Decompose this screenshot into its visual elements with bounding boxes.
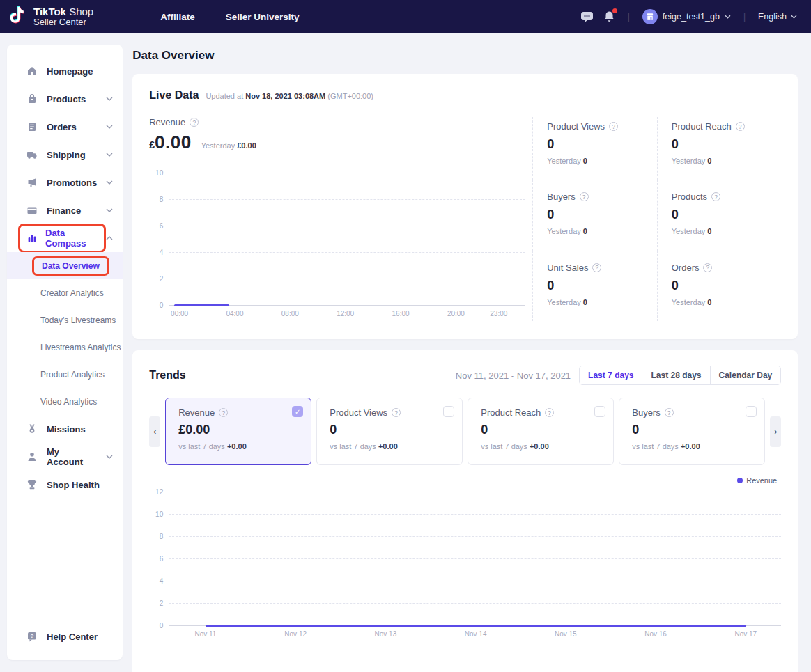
tab-calendar-day[interactable]: Calendar Day bbox=[710, 366, 781, 384]
credit-card-icon bbox=[26, 205, 38, 216]
revenue-label: Revenue bbox=[149, 117, 185, 127]
tiktok-shop-logo[interactable]: TikTok Shop Seller Center bbox=[10, 6, 93, 28]
divider: | bbox=[743, 12, 746, 22]
live-revenue-chart: 10 8 6 4 2 0 00:00 04:00 08:00 12 bbox=[149, 173, 525, 321]
live-data-updated: Updated at Nov 18, 2021 03:08AM (GMT+00:… bbox=[206, 92, 373, 100]
chevron-up-icon bbox=[106, 236, 113, 240]
annotation-box-data-compass: Data Compass bbox=[18, 224, 106, 253]
nav-link-seller-university[interactable]: Seller University bbox=[226, 12, 300, 22]
notification-bell-icon[interactable] bbox=[603, 10, 615, 23]
megaphone-icon bbox=[26, 177, 38, 188]
help-icon[interactable]: ? bbox=[711, 192, 720, 201]
sidebar-item-finance[interactable]: Finance bbox=[7, 196, 123, 224]
sidebar-subitem-product-analytics[interactable]: Product Analytics bbox=[7, 361, 123, 388]
trends-card: Trends Nov 11, 2021 - Nov 17, 2021 Last … bbox=[132, 350, 798, 672]
metric-buyers: Buyers? 0 Yesterday 0 bbox=[532, 180, 657, 250]
metric-checkbox[interactable] bbox=[443, 406, 454, 417]
sidebar: Homepage Products Orders Shipping Promot… bbox=[7, 45, 123, 660]
message-bubble-icon[interactable] bbox=[580, 11, 594, 23]
trend-card-revenue[interactable]: Revenue? ✓ £0.00 vs last 7 days +0.00 bbox=[165, 398, 311, 465]
chevron-down-icon bbox=[106, 180, 113, 185]
chevron-down-icon bbox=[725, 15, 731, 19]
avatar bbox=[642, 9, 658, 24]
metric-checkbox[interactable]: ✓ bbox=[292, 406, 303, 417]
sidebar-item-products[interactable]: Products bbox=[7, 85, 123, 113]
document-icon bbox=[26, 121, 38, 132]
sidebar-subitem-todays-livestreams[interactable]: Today's Livestreams bbox=[7, 306, 123, 334]
metric-unit-sales: Unit Sales? 0 Yesterday 0 bbox=[532, 251, 657, 321]
help-icon[interactable]: ? bbox=[592, 263, 601, 272]
metric-products: Products? 0 Yesterday 0 bbox=[657, 180, 782, 250]
metric-product-views: Product Views? 0 Yesterday 0 bbox=[532, 117, 657, 180]
user-name: feige_test1_gb bbox=[663, 12, 720, 22]
help-icon[interactable]: ? bbox=[392, 408, 401, 417]
sidebar-item-help-center[interactable]: ? Help Center bbox=[7, 623, 123, 650]
sidebar-subitem-livestreams-analytics[interactable]: Livestreams Analytics bbox=[7, 334, 123, 361]
header-nav: Affiliate Seller University bbox=[160, 12, 299, 22]
trend-card-product-views[interactable]: Product Views? 0 vs last 7 days +0.00 bbox=[316, 398, 463, 465]
notification-dot bbox=[612, 8, 617, 13]
carousel-right-arrow[interactable]: › bbox=[770, 416, 781, 447]
sidebar-item-homepage[interactable]: Homepage bbox=[7, 57, 123, 85]
sidebar-item-missions[interactable]: Missions bbox=[7, 415, 123, 443]
help-icon[interactable]: ? bbox=[665, 408, 674, 417]
chevron-down-icon bbox=[106, 125, 113, 129]
revenue-amount: £0.00 bbox=[149, 132, 191, 153]
account-menu[interactable]: feige_test1_gb bbox=[642, 9, 731, 24]
language-switcher[interactable]: English bbox=[758, 12, 797, 22]
revenue-line-series bbox=[206, 625, 746, 627]
trends-chart: 12 10 8 6 4 2 0 Nov 11 Nov 12 Nov 13 Nov… bbox=[149, 492, 781, 641]
help-icon[interactable]: ? bbox=[703, 263, 712, 272]
chevron-down-icon bbox=[106, 455, 113, 459]
metric-checkbox[interactable] bbox=[594, 406, 605, 417]
svg-text:?: ? bbox=[31, 633, 34, 639]
revenue-line-series bbox=[174, 304, 229, 306]
live-metrics-grid: Product Views? 0 Yesterday 0 Product Rea… bbox=[532, 117, 781, 321]
tab-last-28-days[interactable]: Last 28 days bbox=[642, 366, 709, 384]
metric-checkbox[interactable] bbox=[746, 406, 757, 417]
top-navbar: TikTok Shop Seller Center Affiliate Sell… bbox=[0, 0, 811, 33]
medal-icon bbox=[26, 423, 38, 435]
carousel-left-arrow[interactable]: ‹ bbox=[149, 416, 160, 447]
tiktok-note-icon bbox=[10, 6, 28, 28]
bar-chart-icon bbox=[26, 233, 38, 244]
live-data-title: Live Data bbox=[149, 89, 199, 102]
trends-title: Trends bbox=[149, 369, 185, 382]
trend-card-buyers[interactable]: Buyers? 0 vs last 7 days +0.00 bbox=[619, 398, 765, 465]
date-range-tabs: Last 7 days Last 28 days Calendar Day bbox=[579, 366, 781, 385]
help-icon[interactable]: ? bbox=[609, 122, 618, 131]
nav-link-affiliate[interactable]: Affiliate bbox=[160, 12, 195, 22]
sidebar-item-shop-health[interactable]: Shop Health bbox=[7, 471, 123, 499]
chevron-down-icon bbox=[791, 15, 797, 19]
sidebar-subitem-creator-analytics[interactable]: Creator Analytics bbox=[7, 279, 123, 306]
help-icon[interactable]: ? bbox=[545, 408, 554, 417]
live-data-card: Live Data Updated at Nov 18, 2021 03:08A… bbox=[132, 74, 798, 339]
sidebar-subitem-video-analytics[interactable]: Video Analytics bbox=[7, 388, 123, 415]
tab-last-7-days[interactable]: Last 7 days bbox=[580, 366, 642, 384]
sidebar-item-shipping[interactable]: Shipping bbox=[7, 141, 123, 169]
help-icon[interactable]: ? bbox=[580, 192, 589, 201]
chevron-down-icon bbox=[106, 97, 113, 101]
trend-card-product-reach[interactable]: Product Reach? 0 vs last 7 days +0.00 bbox=[468, 398, 614, 465]
live-chart-x-axis: 00:00 04:00 08:00 12:00 16:00 20:00 23:0… bbox=[169, 310, 525, 321]
help-bubble-icon: ? bbox=[26, 631, 38, 642]
chevron-down-icon bbox=[106, 153, 113, 157]
trophy-icon bbox=[26, 479, 38, 490]
trends-chart-x-axis: Nov 11 Nov 12 Nov 13 Nov 14 Nov 15 Nov 1… bbox=[169, 630, 781, 641]
sidebar-item-data-compass[interactable]: Data Compass bbox=[7, 224, 123, 252]
legend-item-revenue[interactable]: Revenue bbox=[737, 476, 777, 485]
page-title: Data Overview bbox=[132, 49, 798, 63]
legend-dot bbox=[737, 478, 743, 483]
sidebar-subitem-data-overview[interactable]: Data Overview bbox=[7, 252, 123, 279]
sidebar-item-promotions[interactable]: Promotions bbox=[7, 169, 123, 196]
metric-product-reach: Product Reach? 0 Yesterday 0 bbox=[657, 117, 782, 180]
help-icon[interactable]: ? bbox=[219, 408, 228, 417]
revenue-yesterday: Yesterday £0.00 bbox=[201, 141, 256, 150]
sidebar-item-my-account[interactable]: My Account bbox=[7, 443, 123, 471]
help-icon[interactable]: ? bbox=[190, 118, 199, 127]
logo-text: TikTok Shop Seller Center bbox=[33, 6, 93, 26]
sidebar-item-orders[interactable]: Orders bbox=[7, 113, 123, 141]
date-range: Nov 11, 2021 - Nov 17, 2021 bbox=[456, 370, 571, 381]
help-icon[interactable]: ? bbox=[736, 122, 745, 131]
chevron-down-icon bbox=[106, 208, 113, 212]
